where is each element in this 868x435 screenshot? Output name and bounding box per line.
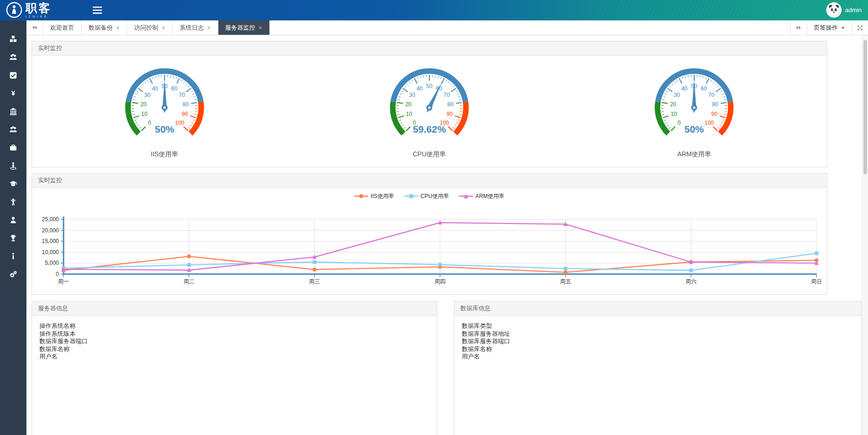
team-icon: [9, 126, 17, 134]
info-item: 用户名: [39, 353, 429, 361]
gauge-ARM使用率: 010203040506070809010050%: [643, 61, 745, 139]
expand-arrows-icon: [857, 25, 863, 31]
tab-label: 访问控制: [134, 24, 158, 32]
tab-close-icon[interactable]: ×: [116, 25, 120, 31]
svg-text:60: 60: [701, 85, 708, 92]
svg-text:100: 100: [705, 120, 714, 126]
svg-text:80: 80: [447, 101, 454, 108]
gauge-value: 50%: [155, 124, 174, 134]
tab-1[interactable]: 欢迎首页: [43, 20, 82, 35]
sidebar-item-12[interactable]: [0, 229, 26, 247]
legend-label: IIS使用率: [370, 192, 394, 200]
sidebar-item-10[interactable]: [0, 193, 26, 211]
sidebar-item-2[interactable]: [0, 48, 26, 66]
info-item: 操作系统名称: [39, 322, 429, 330]
info-item: 数据库类型: [462, 322, 854, 330]
tab-4[interactable]: 系统日志×: [172, 20, 218, 35]
svg-text:70: 70: [444, 92, 450, 98]
logo-text: 职客: [26, 2, 51, 14]
sidebar-item-4[interactable]: ¥: [0, 84, 26, 102]
navbar-stripes: [0, 0, 868, 20]
tabs-scroll-left-button[interactable]: [26, 20, 43, 35]
svg-text:周四: 周四: [434, 278, 446, 285]
child-icon: [9, 198, 17, 206]
svg-text:70: 70: [708, 92, 715, 98]
sidebar-item-3[interactable]: [0, 66, 26, 84]
gauge-box-1: 010203040506070809010050%IIS使用率: [32, 61, 297, 159]
tab-label: 系统日志: [179, 24, 204, 32]
tab-actions-label: 页签操作: [814, 24, 838, 32]
line-chart: 05,00010,00015,00020,00025,000周一周二周三周四周五…: [32, 204, 827, 288]
server-info-panel: 服务器信息 操作系统名称操作系统版本数据库服务器端口数据库名称用户名: [32, 301, 437, 435]
tab-label: 欢迎首页: [50, 24, 74, 32]
server-info-title: 服务器信息: [38, 304, 68, 313]
hamburger-icon: [93, 6, 102, 14]
sidebar-toggle-button[interactable]: [93, 6, 102, 14]
tab-2[interactable]: 数据备份×: [82, 20, 127, 35]
tabs-scroll-right-button[interactable]: [790, 20, 807, 35]
tab-bar: 欢迎首页数据备份×访问控制×系统日志×服务器监控× 页签操作: [26, 20, 868, 35]
legend-item-IIS使用率[interactable]: IIS使用率: [354, 192, 394, 200]
user-icon: [9, 216, 17, 224]
info-icon: [9, 252, 17, 260]
sidebar-item-13[interactable]: [0, 247, 26, 265]
sidebar-item-9[interactable]: [0, 175, 26, 193]
sidebar-item-1[interactable]: [0, 30, 26, 48]
svg-text:100: 100: [175, 120, 184, 126]
gauge-panel-title: 实时监控: [38, 44, 62, 52]
legend-marker-circle: [354, 193, 368, 199]
sidebar-item-14[interactable]: [0, 265, 26, 283]
svg-text:¥: ¥: [12, 90, 15, 97]
sidebar-item-8[interactable]: [0, 157, 26, 175]
tab-3[interactable]: 访问控制×: [127, 20, 172, 35]
sidebar-item-6[interactable]: [0, 121, 26, 139]
chart-panel: 实时监控 IIS使用率CPU使用率ARM使用率 05,00010,00015,0…: [32, 173, 827, 294]
svg-text:10,000: 10,000: [42, 249, 59, 256]
svg-text:周六: 周六: [685, 278, 696, 285]
legend-label: ARM使用率: [475, 192, 504, 200]
vertical-scrollbar[interactable]: [862, 35, 868, 435]
svg-text:80: 80: [712, 101, 719, 108]
info-item: 数据库服务器端口: [39, 338, 429, 345]
tab-close-icon[interactable]: ×: [207, 25, 211, 31]
svg-text:20: 20: [405, 101, 412, 108]
legend-item-CPU使用率[interactable]: CPU使用率: [404, 192, 449, 200]
fullscreen-button[interactable]: [851, 20, 868, 35]
svg-text:30: 30: [674, 92, 680, 98]
server-info-list: 操作系统名称操作系统版本数据库服务器端口数据库名称用户名: [32, 316, 437, 367]
tab-close-icon[interactable]: ×: [259, 25, 262, 31]
user-menu[interactable]: admin: [826, 2, 862, 18]
svg-text:0: 0: [56, 271, 59, 277]
svg-text:60: 60: [171, 85, 178, 92]
trophy-icon: [9, 234, 17, 242]
gauge-row: 010203040506070809010050%IIS使用率010203040…: [32, 56, 827, 167]
sidebar-item-7[interactable]: [0, 139, 26, 157]
gears-icon: [9, 270, 17, 278]
main-content: 实时监控 010203040506070809010050%IIS使用率0102…: [26, 35, 868, 435]
legend-item-ARM使用率[interactable]: ARM使用率: [459, 192, 504, 200]
scrollbar-thumb[interactable]: [863, 40, 867, 174]
gauge-title: IIS使用率: [151, 150, 178, 159]
app-logo[interactable]: 职客 IZHIKE: [6, 1, 51, 19]
info-item: 数据库名称: [39, 345, 429, 353]
double-chevron-right-icon: [796, 25, 802, 31]
tabs-strip: 欢迎首页数据备份×访问控制×系统日志×服务器监控×: [43, 20, 790, 35]
double-chevron-left-icon: [32, 25, 38, 31]
svg-text:25,000: 25,000: [42, 216, 59, 223]
db-info-panel: 数据库信息 数据库类型数据库服务器地址数据库服务器端口数据库名称用户名: [454, 301, 862, 435]
svg-text:30: 30: [409, 92, 415, 98]
info-item: 操作系统版本: [39, 330, 429, 338]
avatar[interactable]: [826, 2, 842, 18]
legend-label: CPU使用率: [421, 192, 449, 200]
users-icon: [9, 53, 17, 61]
sidebar-item-11[interactable]: [0, 211, 26, 229]
gauge-IIS使用率: 010203040506070809010050%: [114, 61, 216, 139]
svg-text:70: 70: [179, 92, 185, 98]
tab-5[interactable]: 服务器监控×: [218, 20, 270, 35]
svg-text:周日: 周日: [811, 278, 821, 285]
info-item: 用户名: [462, 353, 854, 361]
chart-panel-title: 实时监控: [38, 176, 62, 185]
tab-close-icon[interactable]: ×: [161, 25, 165, 31]
tab-actions-dropdown[interactable]: 页签操作: [807, 20, 851, 35]
sidebar-item-5[interactable]: [0, 102, 26, 121]
